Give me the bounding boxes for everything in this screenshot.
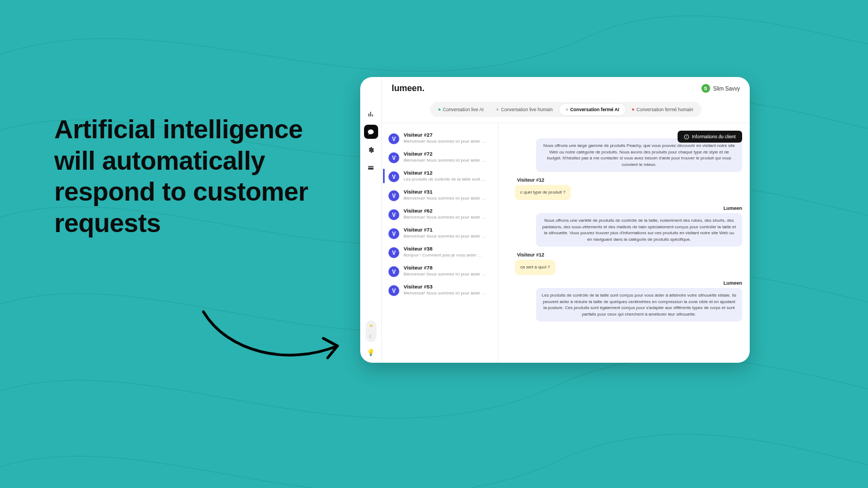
conversation-item[interactable]: VVisiteur #78Bienvenue! Nous sommes ici … bbox=[382, 261, 498, 280]
conversation-item[interactable]: VVisiteur #72Bienvenue! Nous sommes ici … bbox=[382, 147, 498, 166]
message-preview: Bienvenue! Nous sommes ici pour aider … bbox=[404, 291, 486, 296]
visitor-name: Visiteur #27 bbox=[404, 132, 486, 138]
status-dot bbox=[438, 108, 441, 111]
message-preview: Bienvenue! Nous sommes ici pour aider … bbox=[404, 272, 486, 277]
conversation-item[interactable]: VVisiteur #12Les produits de contrôle de… bbox=[382, 166, 498, 185]
message-preview: Les produits de contrôle de la taille so… bbox=[404, 177, 486, 182]
tab-1[interactable]: Conversation live humain bbox=[490, 104, 559, 115]
message-preview: Bienvenue! Nous sommes ici pour aider … bbox=[404, 158, 486, 163]
sidebar: ☀ ☾ 💡 bbox=[360, 77, 382, 363]
brand-logo: lumeen. bbox=[392, 84, 424, 93]
visitor-name: Visiteur #38 bbox=[404, 246, 482, 252]
visitor-name: Visiteur #53 bbox=[404, 284, 486, 290]
visitor-avatar: V bbox=[388, 285, 399, 296]
arrow-illustration bbox=[195, 304, 353, 374]
message-sender: Visiteur #12 bbox=[517, 252, 544, 258]
user-name: Slim Savvy bbox=[713, 86, 740, 92]
nav-settings[interactable] bbox=[364, 143, 378, 157]
info-icon: i bbox=[684, 134, 689, 139]
message-preview: Bonjour ! Comment puis-je vous aider … bbox=[404, 253, 482, 258]
visitor-avatar: V bbox=[388, 152, 399, 163]
message-bubble: ca sert a quoi ? bbox=[515, 260, 556, 275]
message-bubble: Nous offrons une variété de produits de … bbox=[536, 213, 742, 247]
message-bubble: Les produits de contrôle de la taille so… bbox=[536, 288, 742, 322]
chat-panel: i Informations du client LumeenNous offr… bbox=[499, 123, 750, 363]
nav-analytics[interactable] bbox=[364, 107, 378, 121]
visitor-avatar: V bbox=[388, 209, 399, 220]
client-info-label: Informations du client bbox=[692, 134, 736, 139]
user-menu[interactable]: S Slim Savvy bbox=[701, 84, 740, 93]
client-info-button[interactable]: i Informations du client bbox=[678, 131, 742, 143]
user-message: Visiteur #12c quel type de produit ? bbox=[515, 177, 742, 200]
topbar: lumeen. S Slim Savvy bbox=[382, 77, 750, 100]
moon-icon: ☾ bbox=[369, 334, 373, 339]
message-preview: Bienvenue! Nous sommes ici pour aider … bbox=[404, 139, 486, 144]
message-sender: Lumeen bbox=[723, 206, 742, 211]
tab-label: Conversation fermé humain bbox=[636, 107, 693, 112]
visitor-avatar: V bbox=[388, 190, 399, 201]
visitor-avatar: V bbox=[388, 247, 399, 258]
message-bubble: Nous offrons une large gamme de produits… bbox=[536, 138, 742, 172]
visitor-name: Visiteur #62 bbox=[404, 208, 486, 214]
visitor-name: Visiteur #78 bbox=[404, 265, 486, 271]
tab-0[interactable]: Conversation live AI bbox=[432, 104, 490, 115]
tabs-container: Conversation live AIConversation live hu… bbox=[382, 100, 750, 123]
visitor-avatar: V bbox=[388, 228, 399, 239]
tab-2[interactable]: Conversation fermé AI bbox=[559, 104, 626, 115]
visitor-avatar: V bbox=[388, 266, 399, 277]
message-preview: Bienvenue! Nous sommes ici pour aider … bbox=[404, 196, 486, 201]
user-message: Visiteur #12ca sert a quoi ? bbox=[515, 252, 742, 275]
tab-label: Conversation live AI bbox=[443, 107, 483, 112]
user-avatar: S bbox=[701, 84, 710, 93]
conversation-item[interactable]: VVisiteur #62Bienvenue! Nous sommes ici … bbox=[382, 204, 498, 223]
ai-message: LumeenLes produits de contrôle de la tai… bbox=[515, 280, 742, 322]
theme-toggle[interactable]: ☀ ☾ bbox=[366, 320, 376, 342]
visitor-name: Visiteur #31 bbox=[404, 189, 486, 195]
conversation-item[interactable]: VVisiteur #31Bienvenue! Nous sommes ici … bbox=[382, 185, 498, 204]
message-sender: Visiteur #12 bbox=[517, 177, 544, 183]
visitor-name: Visiteur #12 bbox=[404, 170, 486, 176]
sun-icon: ☀ bbox=[369, 323, 373, 329]
message-sender: Lumeen bbox=[723, 280, 742, 286]
tab-label: Conversation live humain bbox=[501, 107, 552, 112]
status-dot bbox=[632, 108, 634, 111]
hero-headline: Artificial intelligence will automatical… bbox=[54, 114, 331, 239]
status-dot bbox=[566, 108, 568, 111]
tab-3[interactable]: Conversation fermé humain bbox=[626, 104, 699, 115]
message-preview: Bienvenue! Nous sommes ici pour aider … bbox=[404, 215, 486, 220]
message-preview: Bienvenue! Nous sommes ici pour aider … bbox=[404, 234, 486, 239]
visitor-name: Visiteur #71 bbox=[404, 227, 486, 233]
ai-message: LumeenNous offrons une variété de produi… bbox=[515, 206, 742, 247]
visitor-name: Visiteur #72 bbox=[404, 151, 486, 157]
help-icon[interactable]: 💡 bbox=[367, 349, 375, 356]
tab-label: Conversation fermé AI bbox=[570, 107, 619, 112]
app-window: ☀ ☾ 💡 lumeen. S Slim Savvy Conversation … bbox=[360, 77, 750, 363]
visitor-avatar: V bbox=[388, 133, 399, 144]
conversation-item[interactable]: VVisiteur #27Bienvenue! Nous sommes ici … bbox=[382, 129, 498, 147]
conversation-item[interactable]: VVisiteur #38Bonjour ! Comment puis-je v… bbox=[382, 242, 498, 261]
conversation-item[interactable]: VVisiteur #53Bienvenue! Nous sommes ici … bbox=[382, 280, 498, 299]
nav-conversations[interactable] bbox=[364, 125, 378, 139]
message-bubble: c quel type de produit ? bbox=[515, 185, 571, 200]
conversation-item[interactable]: VVisiteur #71Bienvenue! Nous sommes ici … bbox=[382, 223, 498, 242]
nav-billing[interactable] bbox=[364, 160, 378, 175]
visitor-avatar: V bbox=[388, 171, 399, 182]
conversation-list: VVisiteur #27Bienvenue! Nous sommes ici … bbox=[382, 123, 499, 363]
status-dot bbox=[496, 108, 499, 111]
